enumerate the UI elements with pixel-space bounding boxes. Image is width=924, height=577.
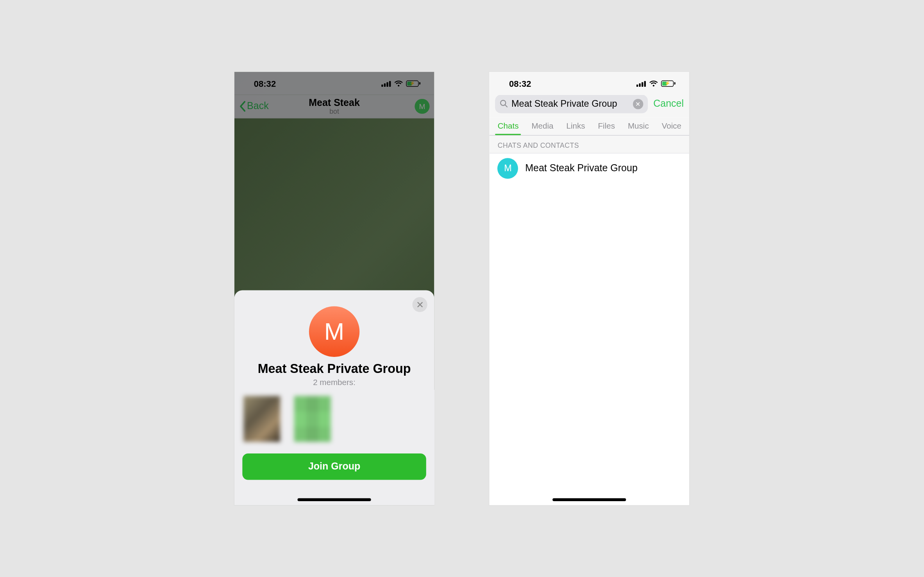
search-result-row[interactable]: M Meat Steak Private Group xyxy=(490,154,690,183)
cellular-icon xyxy=(637,80,647,86)
section-header: CHATS AND CONTACTS xyxy=(490,136,690,154)
clear-icon: ✕ xyxy=(635,100,640,108)
phone-search: 08:32 ⚡ Meat Steak Private Group xyxy=(490,72,690,505)
status-bar: 08:32 ⚡ xyxy=(490,72,690,95)
cancel-button[interactable]: Cancel xyxy=(653,98,684,109)
tab-music[interactable]: Music xyxy=(627,118,650,135)
svg-rect-6 xyxy=(642,82,643,87)
members-count: 2 members: xyxy=(243,378,426,387)
search-input[interactable]: Meat Steak Private Group ✕ xyxy=(495,95,648,113)
result-name: Meat Steak Private Group xyxy=(525,163,638,174)
tab-files[interactable]: Files xyxy=(597,118,616,135)
screenshot-pair: 08:32 ⚡ Back Meat Steak bot xyxy=(234,72,690,505)
member-avatars xyxy=(243,396,426,442)
tab-voice[interactable]: Voice xyxy=(661,118,683,135)
svg-rect-5 xyxy=(639,83,641,86)
close-icon: ✕ xyxy=(416,299,424,310)
close-button[interactable]: ✕ xyxy=(413,297,427,312)
member-avatar-blurred xyxy=(294,396,331,442)
search-icon xyxy=(500,99,508,109)
tab-media[interactable]: Media xyxy=(531,118,555,135)
status-icons: ⚡ xyxy=(637,80,676,86)
tab-links[interactable]: Links xyxy=(565,118,586,135)
battery-icon: ⚡ xyxy=(661,80,676,86)
svg-rect-4 xyxy=(637,84,638,86)
group-title: Meat Steak Private Group xyxy=(243,362,426,376)
status-time: 08:32 xyxy=(509,79,531,88)
wifi-icon xyxy=(649,80,659,86)
join-group-label: Join Group xyxy=(308,461,360,472)
svg-rect-7 xyxy=(645,81,646,87)
phone-join-group: 08:32 ⚡ Back Meat Steak bot xyxy=(234,72,434,505)
member-avatar-blurred xyxy=(244,396,281,442)
search-tabs: Chats Media Links Files Music Voice xyxy=(490,118,690,136)
tab-chats[interactable]: Chats xyxy=(497,118,520,135)
group-avatar: M xyxy=(309,306,359,357)
home-indicator[interactable] xyxy=(298,498,371,501)
svg-line-9 xyxy=(506,105,508,107)
search-value: Meat Steak Private Group xyxy=(511,99,629,109)
home-indicator[interactable] xyxy=(553,498,626,501)
join-group-sheet: ✕ M Meat Steak Private Group 2 members: … xyxy=(234,290,434,505)
result-avatar: M xyxy=(498,158,518,179)
search-row: Meat Steak Private Group ✕ Cancel xyxy=(490,95,690,118)
clear-search-button[interactable]: ✕ xyxy=(633,99,643,109)
join-group-button[interactable]: Join Group xyxy=(243,453,426,480)
